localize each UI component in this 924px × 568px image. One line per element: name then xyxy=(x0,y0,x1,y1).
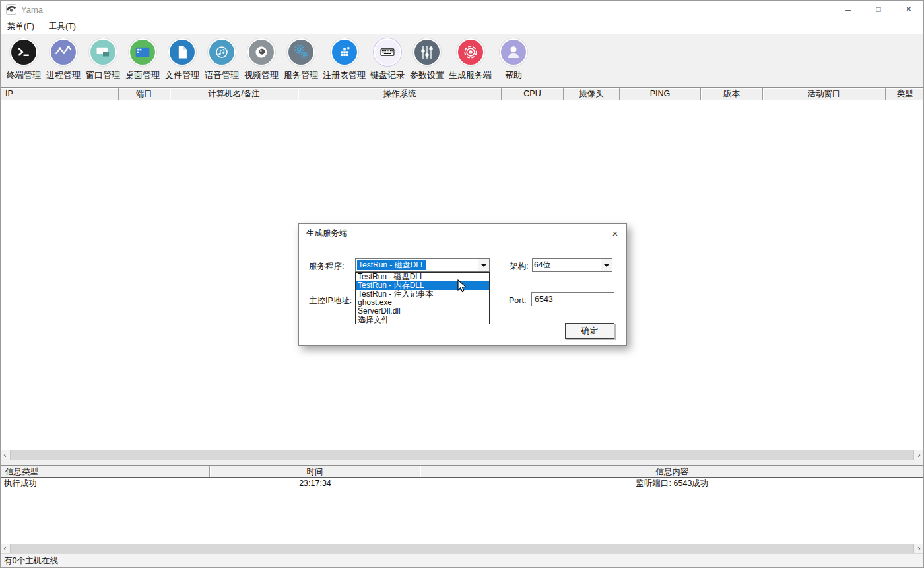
app-icon xyxy=(6,4,16,15)
toolbar-item-label: 生成服务端 xyxy=(449,69,492,81)
scroll-right-arrow-icon[interactable]: › xyxy=(913,544,924,553)
toolbar-item-label: 视频管理 xyxy=(244,69,279,81)
log-col-type[interactable]: 信息类型 xyxy=(0,466,210,477)
log-list: 执行成功 23:17:34 监听端口: 6543成功 xyxy=(0,478,924,543)
toolbar-item-settings[interactable]: 参数设置 xyxy=(407,38,447,81)
camera-eye-icon xyxy=(248,38,275,66)
window-icon xyxy=(89,38,117,66)
dialog-close-icon[interactable]: × xyxy=(604,228,626,239)
keyboard-icon xyxy=(374,38,401,66)
gears-icon xyxy=(287,38,315,66)
port-input[interactable] xyxy=(531,292,614,306)
window-title: Yama xyxy=(21,5,43,15)
status-bar: 有0个主机在线 xyxy=(0,553,924,568)
target-icon xyxy=(457,38,484,66)
log-row[interactable]: 执行成功 23:17:34 监听端口: 6543成功 xyxy=(0,478,924,489)
log-row-type: 执行成功 xyxy=(0,478,210,489)
toolbar-item-files[interactable]: 文件管理 xyxy=(162,38,202,81)
toolbar-item-label: 文件管理 xyxy=(165,69,199,81)
log-horizontal-scrollbar[interactable]: ‹ › xyxy=(0,543,924,553)
maximize-button[interactable]: □ xyxy=(863,0,894,18)
log-table-header: 信息类型 时间 信息内容 xyxy=(0,465,924,478)
toolbar-item-windows[interactable]: 窗口管理 xyxy=(83,38,123,81)
registry-grid-icon xyxy=(331,38,358,66)
dropdown-item[interactable]: 选择文件 xyxy=(356,316,489,324)
toolbar-item-video[interactable]: 视频管理 xyxy=(242,38,281,81)
person-icon xyxy=(500,38,527,66)
hosts-col-active-window[interactable]: 活动窗口 xyxy=(763,88,886,100)
toolbar-item-registry[interactable]: 注册表管理 xyxy=(321,38,368,81)
minimize-button[interactable]: – xyxy=(833,0,863,18)
hosts-col-port[interactable]: 端口 xyxy=(119,88,170,100)
audio-icon xyxy=(208,38,236,66)
toolbar-item-label: 服务管理 xyxy=(284,69,318,81)
app-window: Yama – □ × 菜单(F) 工具(T) 终端管理 进程管理 xyxy=(0,0,924,568)
menu-item-tools[interactable]: 工具(T) xyxy=(42,18,83,34)
toolbar-item-generate-server[interactable]: 生成服务端 xyxy=(447,38,494,81)
hosts-col-computer-name[interactable]: 计算机名/备注 xyxy=(170,88,298,100)
arch-label: 架构: xyxy=(510,261,528,272)
service-program-combobox[interactable]: TestRun - 磁盘DLL xyxy=(355,258,490,272)
scroll-left-arrow-icon[interactable]: ‹ xyxy=(0,450,11,460)
dropdown-item[interactable]: ServerDll.dll xyxy=(356,307,489,316)
toolbar-item-label: 进程管理 xyxy=(46,69,81,81)
close-button[interactable]: × xyxy=(894,0,924,18)
desktop-icon xyxy=(129,38,156,66)
log-row-time: 23:17:34 xyxy=(210,478,420,489)
online-hosts-status: 有0个主机在线 xyxy=(4,556,58,565)
scroll-right-arrow-icon[interactable]: › xyxy=(913,450,924,460)
dialog-title-bar: 生成服务端 × xyxy=(299,224,626,242)
hosts-col-ping[interactable]: PING xyxy=(620,88,701,100)
toolbar-item-label: 桌面管理 xyxy=(125,69,160,81)
ok-button[interactable]: 确定 xyxy=(565,323,614,339)
sliders-icon xyxy=(413,38,441,66)
hosts-col-type[interactable]: 类型 xyxy=(886,88,924,100)
log-row-content: 监听端口: 6543成功 xyxy=(420,478,924,489)
log-col-content[interactable]: 信息内容 xyxy=(420,466,924,477)
toolbar-item-keylogger[interactable]: 键盘记录 xyxy=(368,38,407,81)
toolbar-item-label: 参数设置 xyxy=(410,69,444,81)
dialog-title: 生成服务端 xyxy=(306,228,348,239)
pane-splitter[interactable] xyxy=(0,460,924,465)
hosts-horizontal-scrollbar[interactable]: ‹ › xyxy=(0,450,924,460)
toolbar-item-label: 窗口管理 xyxy=(86,69,120,81)
chevron-down-icon xyxy=(604,264,609,267)
toolbar: 终端管理 进程管理 窗口管理 桌面管理 文件管理 xyxy=(0,34,924,87)
activity-icon xyxy=(50,38,77,66)
toolbar-item-label: 注册表管理 xyxy=(323,69,366,81)
hosts-col-camera[interactable]: 摄像头 xyxy=(564,88,620,100)
hosts-col-os[interactable]: 操作系统 xyxy=(298,88,502,100)
mouse-cursor xyxy=(457,279,471,294)
combo-dropdown-button[interactable] xyxy=(601,259,612,271)
dropdown-item[interactable]: ghost.exe xyxy=(356,299,489,307)
combo-dropdown-button[interactable] xyxy=(478,259,489,271)
hosts-col-ip[interactable]: IP xyxy=(0,88,119,100)
toolbar-item-label: 键盘记录 xyxy=(370,69,405,81)
toolbar-item-audio[interactable]: 语音管理 xyxy=(202,38,242,81)
menu-bar: 菜单(F) 工具(T) xyxy=(0,18,924,34)
terminal-icon xyxy=(10,38,38,66)
toolbar-item-help[interactable]: 帮助 xyxy=(494,38,533,81)
hosts-col-cpu[interactable]: CPU xyxy=(502,88,564,100)
log-col-time[interactable]: 时间 xyxy=(210,466,420,477)
chevron-down-icon xyxy=(481,264,486,267)
arch-value: 64位 xyxy=(533,260,601,271)
service-program-value: TestRun - 磁盘DLL xyxy=(356,260,478,271)
hosts-col-version[interactable]: 版本 xyxy=(701,88,763,100)
toolbar-item-label: 帮助 xyxy=(505,69,522,81)
hosts-table-header: IP 端口 计算机名/备注 操作系统 CPU 摄像头 PING 版本 活动窗口 … xyxy=(0,87,924,100)
master-ip-label: 主控IP地址: xyxy=(309,295,352,306)
toolbar-item-services[interactable]: 服务管理 xyxy=(281,38,321,81)
toolbar-item-desktop[interactable]: 桌面管理 xyxy=(123,38,162,81)
menu-item-menu[interactable]: 菜单(F) xyxy=(0,18,42,34)
scroll-left-arrow-icon[interactable]: ‹ xyxy=(0,544,11,553)
toolbar-item-label: 终端管理 xyxy=(7,69,41,81)
title-bar: Yama – □ × xyxy=(0,0,924,18)
toolbar-item-terminal[interactable]: 终端管理 xyxy=(4,38,44,81)
arch-combobox[interactable]: 64位 xyxy=(532,258,612,272)
toolbar-item-label: 语音管理 xyxy=(205,69,239,81)
port-label: Port: xyxy=(509,296,526,305)
file-icon xyxy=(168,38,196,66)
toolbar-item-process[interactable]: 进程管理 xyxy=(44,38,83,81)
service-program-label: 服务程序: xyxy=(309,261,344,272)
